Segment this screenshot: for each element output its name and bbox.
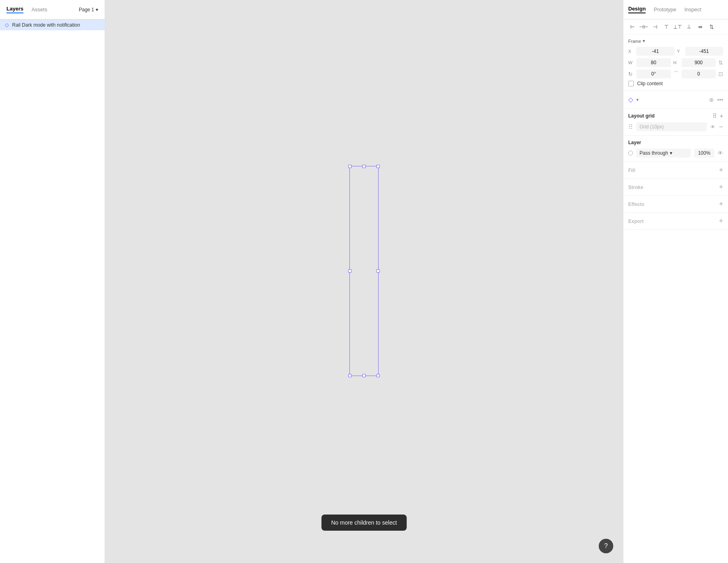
toast-message: No more children to select: [322, 515, 407, 531]
component-more-icon[interactable]: •••: [717, 97, 723, 103]
left-panel: Layers Assets Page 1 ▾ ◇ Rail Dark mode …: [0, 0, 105, 563]
distribute-v-icon[interactable]: ⇅: [707, 23, 715, 31]
lg-actions: ⠿ +: [713, 113, 723, 119]
frame-section: Frame ▾ X -41 Y -451 W 80 H 900 ⇅ ↻ 0° ⌒…: [623, 34, 728, 91]
stroke-title: Stroke: [628, 185, 643, 190]
tab-design[interactable]: Design: [628, 6, 646, 13]
handle-top-right[interactable]: [377, 165, 380, 168]
align-bottom-icon[interactable]: ⊤: [685, 23, 693, 31]
blend-mode-selector[interactable]: Pass through ▾: [636, 149, 691, 158]
align-toolbar: ⊢ ⊣⊢ ⊣ ⊤ ⊥⊤ ⊤ ⇹ ⇅: [623, 19, 728, 34]
page-selector-label: Page 1: [79, 7, 94, 13]
effects-header: Effects +: [628, 200, 723, 208]
component-target-icon[interactable]: ⊕: [709, 97, 714, 103]
layer-section-title: Layer: [628, 140, 723, 145]
stroke-section: Stroke +: [623, 179, 728, 196]
distribute-h-icon[interactable]: ⇹: [696, 23, 704, 31]
lg-header: Layout grid ⠿ +: [628, 113, 723, 119]
lock-ratio-icon[interactable]: ⇅: [718, 59, 723, 66]
component-left-icons: ◇ ▾: [628, 96, 639, 103]
frame-section-title: Frame: [628, 39, 641, 44]
layer-item-rail[interactable]: ◇ Rail Dark mode with notification: [0, 19, 105, 30]
blend-mode-label: Pass through: [640, 150, 668, 156]
export-section: Export +: [623, 213, 728, 230]
handle-top-left[interactable]: [348, 165, 351, 168]
x-value[interactable]: -41: [636, 47, 675, 56]
frame-element[interactable]: [349, 166, 379, 376]
grid-value[interactable]: Grid (10px): [636, 122, 707, 131]
canvas: No more children to select ?: [105, 0, 623, 563]
component-diamond-icon[interactable]: ◇: [628, 96, 633, 103]
chevron-down-icon: ▾: [96, 7, 98, 13]
handle-top-mid[interactable]: [362, 165, 366, 168]
component-section: ◇ ▾ ⊕ •••: [623, 91, 728, 109]
corner-mode-icon[interactable]: ⊡: [718, 71, 723, 77]
tab-assets[interactable]: Assets: [32, 6, 47, 13]
opacity-value[interactable]: 100%: [694, 149, 714, 158]
export-add-icon[interactable]: +: [719, 217, 723, 225]
corner-label: ⌒: [673, 70, 679, 78]
w-label: W: [628, 60, 634, 65]
h-label: H: [673, 60, 679, 65]
grid-visibility-icon[interactable]: 👁: [710, 124, 715, 130]
handle-bottom-mid[interactable]: [362, 374, 366, 377]
tab-inspect[interactable]: Inspect: [684, 6, 701, 13]
handle-mid-right[interactable]: [377, 269, 380, 273]
page-selector[interactable]: Page 1 ▾: [79, 7, 98, 13]
y-label: Y: [677, 49, 683, 54]
grid-remove-icon[interactable]: −: [719, 123, 723, 131]
left-panel-header: Layers Assets Page 1 ▾: [0, 0, 105, 19]
right-panel: Design Prototype Inspect ⊢ ⊣⊢ ⊣ ⊤ ⊥⊤ ⊤ ⇹…: [623, 0, 728, 563]
blend-mode-icon: [628, 151, 633, 155]
layer-section: Layer Pass through ▾ 100% 👁: [623, 136, 728, 162]
layout-grid-add-icon[interactable]: +: [720, 113, 723, 119]
fill-header: Fill +: [628, 166, 723, 174]
handle-mid-left[interactable]: [348, 269, 351, 273]
rotation-value[interactable]: 0°: [636, 69, 671, 78]
h-value[interactable]: 900: [682, 58, 716, 67]
export-title: Export: [628, 218, 644, 224]
effects-section: Effects +: [623, 196, 728, 213]
fill-add-icon[interactable]: +: [719, 166, 723, 174]
align-top-icon[interactable]: ⊤: [662, 23, 670, 31]
layout-grid-title: Layout grid: [628, 113, 654, 119]
export-header: Export +: [628, 217, 723, 225]
x-label: X: [628, 49, 634, 54]
align-center-v-icon[interactable]: ⊥⊤: [673, 23, 682, 31]
right-panel-tabs: Design Prototype Inspect: [623, 0, 728, 19]
component-right-icons: ⊕ •••: [709, 97, 723, 103]
handle-bottom-right[interactable]: [377, 374, 380, 377]
align-right-icon[interactable]: ⊣: [651, 23, 659, 31]
y-value[interactable]: -451: [685, 47, 724, 56]
grid-row: ⠿ Grid (10px) 👁 −: [628, 122, 723, 131]
xy-row: X -41 Y -451: [628, 47, 723, 56]
tab-layers[interactable]: Layers: [6, 6, 23, 13]
frame-dropdown[interactable]: Frame ▾: [628, 38, 645, 44]
blend-chevron-icon: ▾: [670, 150, 672, 156]
wh-row: W 80 H 900 ⇅: [628, 58, 723, 67]
blend-row: Pass through ▾ 100% 👁: [628, 149, 723, 158]
align-center-h-icon[interactable]: ⊣⊢: [640, 23, 648, 31]
align-left-icon[interactable]: ⊢: [628, 23, 636, 31]
frame-chevron-icon: ▾: [643, 38, 645, 44]
corner-value[interactable]: 0: [682, 69, 716, 78]
w-value[interactable]: 80: [636, 58, 671, 67]
effects-add-icon[interactable]: +: [719, 200, 723, 208]
layer-item-label: Rail Dark mode with notification: [12, 22, 80, 28]
handle-bottom-left[interactable]: [348, 374, 351, 377]
tab-prototype[interactable]: Prototype: [654, 6, 676, 13]
layer-visibility-icon[interactable]: 👁: [717, 150, 723, 156]
component-row: ◇ ▾ ⊕ •••: [628, 93, 723, 106]
layout-grid-dots-icon[interactable]: ⠿: [713, 113, 717, 119]
fill-section: Fill +: [623, 162, 728, 179]
frame-section-header: Frame ▾: [628, 38, 723, 44]
clip-content-label: Clip content: [637, 81, 663, 86]
grid-handle-icon: ⠿: [628, 123, 633, 131]
component-chevron-icon[interactable]: ▾: [636, 97, 639, 103]
help-button[interactable]: ?: [599, 539, 613, 553]
rotation-corner-row: ↻ 0° ⌒ 0 ⊡: [628, 69, 723, 78]
effects-title: Effects: [628, 202, 644, 207]
fill-title: Fill: [628, 168, 635, 173]
stroke-add-icon[interactable]: +: [719, 183, 723, 191]
clip-content-checkbox[interactable]: [628, 81, 634, 86]
